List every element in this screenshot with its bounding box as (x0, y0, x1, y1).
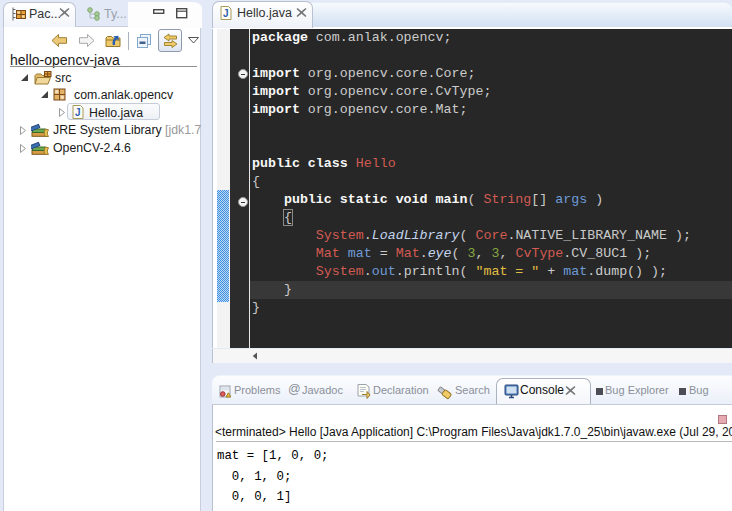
svg-text:J: J (75, 107, 81, 118)
svg-text:J: J (223, 8, 229, 19)
